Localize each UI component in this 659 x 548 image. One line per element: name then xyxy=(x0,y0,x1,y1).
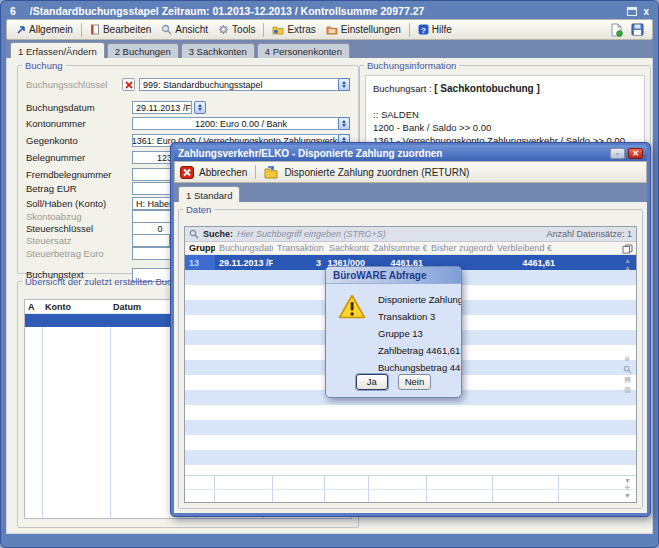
table-side-scrollbar[interactable]: ▲ ▲ ⊜ ▤ ▥ ▼ ✛ ▼ xyxy=(620,243,635,501)
msg-line-4: Zahlbetrag 4461,61 € xyxy=(378,342,462,359)
cell-buchungsdatum: 29.11.2013 /Fr xyxy=(215,258,273,268)
cell-transaktion: 3 xyxy=(273,258,325,268)
saldo-line-1: 1200 - Bank / Saldo >> 0.00 xyxy=(373,121,637,134)
screen: 6 /Standardbuchungsstapel Zeitraum: 01.2… xyxy=(0,0,659,548)
msgbox-body: Disponierte Zahlung Transaktion 3 Gruppe… xyxy=(326,284,461,398)
menu-einstellungen[interactable]: Einstellungen xyxy=(321,22,406,37)
window-title: /Standardbuchungsstapel Zeitraum: 01.201… xyxy=(30,5,424,17)
chart-icon[interactable]: ▥ xyxy=(624,386,631,394)
dialog-title: Zahlungsverkehr/ELKO - Disponierte Zahlu… xyxy=(178,148,442,159)
scroll-plus-icon[interactable]: ✛ xyxy=(625,484,631,492)
daten-group-title: Daten xyxy=(183,204,214,215)
buchungsdatum-field[interactable]: 29.11.2013 /Fr xyxy=(132,101,192,114)
dialog-close-icon[interactable]: ✕ xyxy=(628,148,643,159)
kontonummer-field[interactable]: 1200: Euro 0.00 / Bank xyxy=(132,117,350,130)
col-buchungsdatum[interactable]: Buchungsdatum xyxy=(215,243,273,253)
msgbox-title: BüroWARE Abfrage xyxy=(333,270,427,281)
menu-separator xyxy=(81,23,82,37)
steuerschluessel-label: Steuerschlüssel xyxy=(26,223,93,234)
list-icon[interactable]: ▤ xyxy=(624,376,631,384)
arrow-ne-icon xyxy=(16,25,26,35)
col-gruppe[interactable]: Gruppe xyxy=(185,243,215,253)
msgbox-titlebar: BüroWARE Abfrage xyxy=(326,267,461,284)
msg-line-1: Disponierte Zahlung xyxy=(378,291,462,308)
scroll-top-icon[interactable]: ▲ xyxy=(624,257,631,264)
buchungsdatum-label: Buchungsdatum xyxy=(26,102,95,113)
tab-sachkonten[interactable]: 3 Sachkonten xyxy=(181,43,255,58)
no-button[interactable]: Nein xyxy=(398,374,432,390)
buchungsschluessel-spinner[interactable] xyxy=(338,78,350,91)
new-document-icon[interactable] xyxy=(610,23,623,37)
yes-button[interactable]: Ja xyxy=(356,374,388,390)
scroll-bottom-icon[interactable]: ▼ xyxy=(624,492,631,499)
menu-bearbeiten[interactable]: Bearbeiten xyxy=(85,22,156,37)
buchungsdatum-spinner[interactable] xyxy=(194,101,206,114)
save-icon[interactable] xyxy=(631,23,644,36)
main-tabbar: 1 Erfassen/Ändern 2 Buchungen 3 Sachkont… xyxy=(6,40,653,58)
settings-folder-icon xyxy=(326,25,338,35)
record-count: Anzahl Datensätze: 1 xyxy=(546,229,632,239)
menu-separator xyxy=(409,23,410,37)
restore-icon[interactable] xyxy=(627,7,637,16)
belegnummer-label: Belegnummer xyxy=(26,152,85,163)
assign-icon xyxy=(264,166,279,179)
steuersatz-field[interactable] xyxy=(132,234,170,247)
window-number: 6 xyxy=(10,5,16,17)
fremdbelegnummer-label: Fremdbelegnummer xyxy=(26,169,112,180)
magnifier-icon xyxy=(161,24,172,35)
attach-icon[interactable]: ⊜ xyxy=(625,355,631,363)
betrag-eur-label: Betrag EUR xyxy=(26,183,77,194)
menu-hilfe[interactable]: ? Hilfe xyxy=(413,22,457,37)
close-icon[interactable]: x xyxy=(643,7,649,16)
red-x-icon xyxy=(125,81,133,89)
copy-icon[interactable] xyxy=(622,244,633,254)
kontonummer-label: Kontonummer xyxy=(26,118,86,129)
steuerbetrag-euro-label: Steuerbetrag Euro xyxy=(26,248,104,259)
buchungsart-value: [ Sachkontobuchung ] xyxy=(434,83,540,94)
confirm-msgbox: BüroWARE Abfrage Disponierte Zahlung Tra… xyxy=(325,266,462,398)
tab-personenkonten[interactable]: 4 Personenkonten xyxy=(257,43,350,58)
tab-buchungen[interactable]: 2 Buchungen xyxy=(107,43,179,58)
col-verbleibend[interactable]: Verbleibend € xyxy=(493,243,559,253)
menu-separator xyxy=(263,23,264,37)
clear-key-button[interactable] xyxy=(122,78,135,91)
search-bar[interactable]: Suche: Hier Suchbegriff eingeben (STRG+S… xyxy=(185,227,636,242)
menu-extras[interactable]: Extras xyxy=(267,22,320,37)
salden-header: :: SALDEN xyxy=(373,108,637,121)
col-a: A xyxy=(25,302,42,312)
main-titlebar: 6 /Standardbuchungsstapel Zeitraum: 01.2… xyxy=(6,3,653,19)
dialog-tab-standard[interactable]: 1 Standard xyxy=(178,186,240,202)
col-transaktion[interactable]: Transaktion xyxy=(273,243,325,253)
tab-erfassen-aendern[interactable]: 1 Erfassen/Ändern xyxy=(10,42,105,58)
menu-tools[interactable]: Tools xyxy=(213,22,260,37)
menu-allgemein[interactable]: Allgemein xyxy=(11,22,78,37)
toolbar-separator xyxy=(255,165,256,179)
cell-verbleibend: 4461,61 xyxy=(493,258,559,268)
search-input[interactable]: Hier Suchbegriff eingeben (STRG+S) xyxy=(237,229,386,239)
buchung-group-title: Buchung xyxy=(22,60,66,71)
kontonummer-spinner[interactable] xyxy=(338,117,350,130)
scroll-up-icon[interactable]: ▲ xyxy=(624,264,631,271)
dialog-minimize-icon[interactable]: ▫ xyxy=(610,148,625,159)
svg-text:?: ? xyxy=(421,26,426,35)
col-bisher-zugeordnet[interactable]: Bisher zugeordnet xyxy=(427,243,493,253)
table-grid-tail xyxy=(185,475,636,502)
buchungsschluessel-label: Buchungsschlüssel xyxy=(26,79,107,90)
cell-gruppe: 13 xyxy=(185,255,215,270)
cancel-button[interactable]: Abbrechen xyxy=(199,167,247,178)
soll-haben-label: Soll/Haben (Konto) xyxy=(26,198,106,209)
cancel-icon xyxy=(180,166,194,179)
msg-line-3: Gruppe 13 xyxy=(378,325,462,342)
zoom-row-icon[interactable] xyxy=(623,365,632,374)
dialog-titlebar: Zahlungsverkehr/ELKO - Disponierte Zahlu… xyxy=(174,145,647,161)
col-zahlsumme[interactable]: Zahlsumme € xyxy=(369,243,427,253)
msgbox-message: Disponierte Zahlung Transaktion 3 Gruppe… xyxy=(378,291,462,376)
help-icon: ? xyxy=(418,24,429,35)
col-sachkonto[interactable]: Sachkonto xyxy=(325,243,369,253)
buchungsschluessel-field[interactable]: 999: Standardbuchungsstapel xyxy=(139,78,350,91)
folder-icon xyxy=(272,25,284,35)
scroll-down-icon[interactable]: ▼ xyxy=(624,477,631,484)
table-header-row: Gruppe Buchungsdatum Transaktion Sachkon… xyxy=(185,242,636,255)
assign-button[interactable]: Disponierte Zahlung zuordnen (RETURN) xyxy=(284,167,469,178)
menu-ansicht[interactable]: Ansicht xyxy=(156,22,213,37)
